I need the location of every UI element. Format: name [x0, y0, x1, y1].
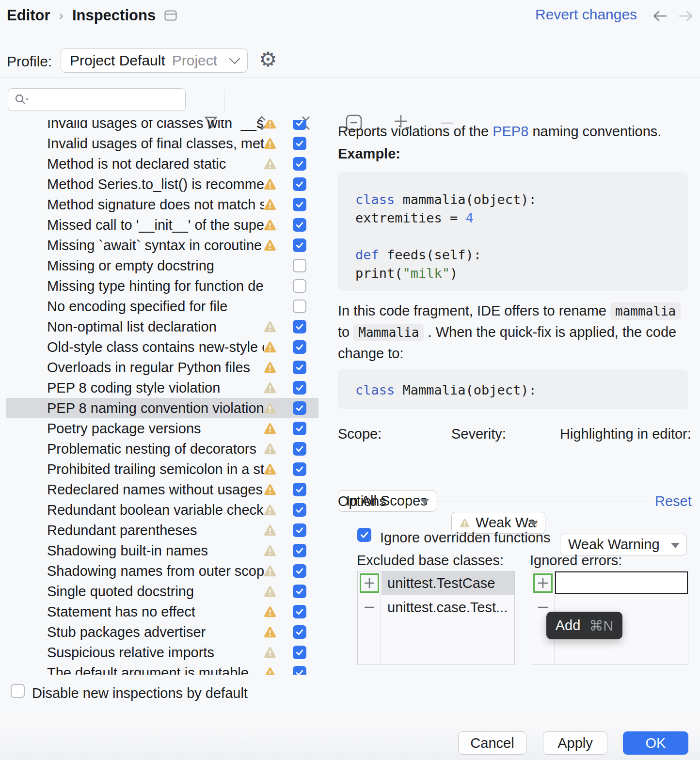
inspection-checkbox[interactable] [293, 238, 306, 252]
ignored-errors-label: Ignored errors: [530, 550, 622, 571]
inspection-label: Invalid usages of final classes, methods… [47, 136, 264, 152]
search-input[interactable] [8, 88, 186, 111]
inspection-checkbox[interactable] [293, 442, 306, 456]
inspection-checkbox[interactable] [293, 483, 306, 496]
inspection-row[interactable]: Suspicious relative imports [6, 642, 318, 663]
inspection-row[interactable]: Non-optimal list declaration [6, 317, 318, 337]
excluded-class-row[interactable]: unittest.TestCase [382, 571, 514, 595]
ignore-overridden-label: Ignore overridden functions [380, 527, 550, 548]
profile-scope: Project [172, 52, 217, 69]
ignore-overridden-checkbox[interactable] [357, 528, 371, 542]
add-ignored-error-button[interactable] [533, 573, 553, 593]
inspection-checkbox[interactable] [293, 503, 306, 517]
inspection-checkbox[interactable] [293, 137, 306, 150]
inspection-row[interactable]: Old-style class contains new-style class… [6, 337, 318, 357]
remove-excluded-class-button[interactable] [360, 598, 379, 617]
inspection-row[interactable]: Problematic nesting of decorators [6, 439, 318, 459]
inspection-row[interactable]: Missing `await` syntax in coroutine call… [6, 235, 318, 255]
inspection-row[interactable]: Overloads in regular Python files [6, 357, 318, 378]
inspection-row[interactable]: Redundant boolean variable check [6, 500, 318, 520]
inspection-checkbox[interactable] [293, 259, 306, 272]
inline-code-chip: Mammalia [353, 324, 424, 341]
inspection-row[interactable]: Invalid usages of final classes, methods… [6, 133, 318, 154]
add-excluded-class-button[interactable] [360, 573, 379, 593]
apply-button[interactable]: Apply [543, 731, 607, 755]
inspection-row[interactable]: Method signature does not match signatur… [6, 194, 318, 215]
inspection-checkbox[interactable] [293, 523, 306, 537]
inspection-row[interactable]: Redeclared names without usages [6, 479, 318, 500]
inspections-tree[interactable]: Invalid usages of classes with `__slots_… [6, 120, 318, 675]
inspection-row[interactable]: Missing type hinting for function defini… [6, 276, 318, 296]
inspection-checkbox[interactable] [293, 361, 306, 374]
inspection-checkbox[interactable] [293, 625, 306, 639]
inspection-checkbox[interactable] [293, 422, 306, 435]
inspection-row[interactable]: Single quoted docstring [6, 581, 318, 602]
excluded-class-row[interactable]: unittest.case.Test... [382, 596, 514, 619]
inspection-row[interactable]: Prohibited trailing semicolon in a state… [6, 459, 318, 479]
inspection-row[interactable]: Shadowing names from outer scopes [6, 561, 318, 581]
inspection-checkbox[interactable] [293, 381, 306, 395]
inspection-label: Prohibited trailing semicolon in a state… [47, 461, 264, 477]
inspection-checkbox[interactable] [293, 279, 306, 293]
inspection-row[interactable]: Redundant parentheses [6, 520, 318, 540]
weak-warning-icon [264, 565, 276, 577]
pep8-link[interactable]: PEP8 [493, 124, 528, 139]
inspection-row[interactable]: Stub packages advertiser [6, 622, 318, 642]
inspection-row[interactable]: Method Series.to_list() is recommended [6, 174, 318, 194]
warning-icon [264, 606, 276, 618]
inspection-label: PEP 8 coding style violation [47, 380, 264, 396]
severity-label: Severity: [451, 424, 506, 444]
inspection-row[interactable]: Missed call to '__init__' of the super c… [6, 215, 318, 235]
weak-warning-icon [460, 517, 470, 529]
inspection-row[interactable]: No encoding specified for file [6, 296, 318, 317]
inspection-checkbox[interactable] [293, 564, 306, 578]
inspection-checkbox[interactable] [293, 120, 306, 130]
inspection-checkbox[interactable] [293, 340, 306, 354]
inspection-checkbox[interactable] [293, 462, 306, 476]
inspection-checkbox[interactable] [293, 320, 306, 333]
inspection-checkbox[interactable] [293, 401, 306, 415]
inspection-label: PEP 8 naming convention violation [47, 400, 264, 416]
inspection-row[interactable]: PEP 8 coding style violation [6, 378, 318, 398]
inspection-row[interactable]: Method is not declared static [6, 154, 318, 174]
inspection-checkbox[interactable] [293, 157, 306, 171]
inspection-label: Missing or empty docstring [47, 258, 264, 274]
excluded-base-classes-label: Excluded base classes: [357, 550, 504, 571]
inspection-row[interactable]: Missing or empty docstring [6, 255, 318, 276]
inspection-label: Invalid usages of classes with `__slots_… [47, 120, 264, 131]
inspection-checkbox[interactable] [293, 666, 306, 675]
inspection-label: Shadowing names from outer scopes [47, 563, 264, 579]
inspection-checkbox[interactable] [293, 646, 306, 659]
disable-new-inspections-checkbox[interactable] [11, 684, 25, 698]
breadcrumb-inspections: Inspections [72, 7, 156, 24]
inspection-checkbox[interactable] [293, 585, 306, 598]
inspection-row[interactable]: PEP 8 naming convention violation [6, 398, 318, 418]
back-arrow-icon[interactable] [652, 10, 668, 22]
inspection-row[interactable]: Invalid usages of classes with `__slots_… [6, 120, 318, 133]
window-panel-icon[interactable] [164, 10, 177, 21]
profile-select[interactable]: Project Default Project [61, 48, 248, 73]
warning-icon [264, 423, 276, 434]
cancel-button[interactable]: Cancel [458, 731, 526, 755]
revert-changes-link[interactable]: Revert changes [535, 6, 637, 23]
new-ignored-error-input[interactable] [555, 571, 688, 594]
profile-label: Profile: [7, 53, 52, 70]
inspection-row[interactable]: The default argument is mutable [6, 663, 318, 675]
reset-link[interactable]: Reset [655, 493, 692, 509]
forward-arrow-icon[interactable] [678, 10, 694, 22]
inspection-checkbox[interactable] [293, 218, 306, 232]
inspection-label: Missed call to '__init__' of the super c… [47, 217, 264, 233]
inspection-row[interactable]: Statement has no effect [6, 602, 318, 622]
inspection-checkbox[interactable] [293, 177, 306, 191]
warning-icon [264, 484, 276, 495]
inspection-checkbox[interactable] [293, 300, 306, 313]
inspection-row[interactable]: Poetry package versions [6, 418, 318, 439]
inspection-row[interactable]: Shadowing built-in names [6, 540, 318, 561]
profile-gear-button[interactable]: ⚙ [259, 49, 700, 70]
breadcrumb-editor[interactable]: Editor [7, 7, 50, 24]
inspection-checkbox[interactable] [293, 605, 306, 618]
inspection-checkbox[interactable] [293, 198, 306, 211]
inspection-checkbox[interactable] [293, 544, 306, 557]
quickfix-explanation: In this code fragment, IDE offers to ren… [338, 301, 692, 364]
ok-button[interactable]: OK [623, 731, 688, 755]
